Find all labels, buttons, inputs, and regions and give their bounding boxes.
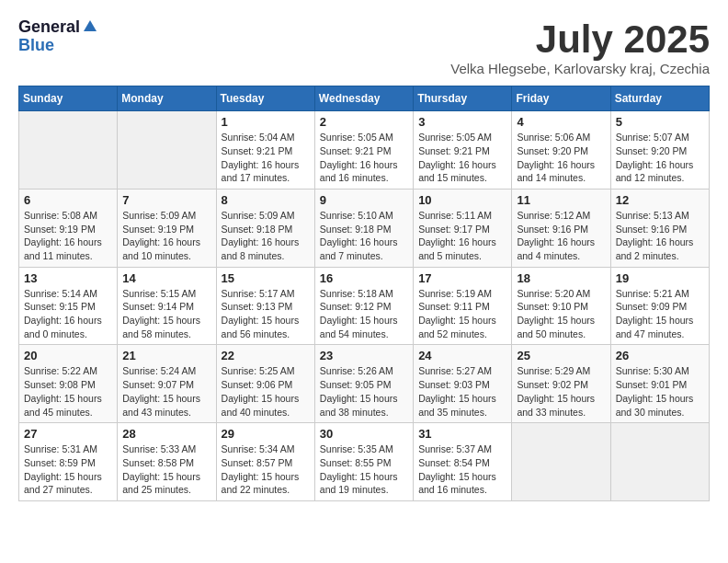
day-number: 8 bbox=[222, 193, 310, 207]
calendar-day-cell: 8Sunrise: 5:09 AM Sunset: 9:18 PM Daylig… bbox=[216, 189, 314, 267]
weekday-header: Monday bbox=[118, 86, 216, 111]
day-number: 25 bbox=[517, 349, 605, 362]
calendar-day-cell: 20Sunrise: 5:22 AM Sunset: 9:08 PM Dayli… bbox=[19, 345, 118, 423]
day-number: 5 bbox=[616, 115, 704, 129]
day-number: 9 bbox=[320, 193, 408, 207]
calendar-week-row: 6Sunrise: 5:08 AM Sunset: 9:19 PM Daylig… bbox=[19, 189, 710, 267]
day-number: 12 bbox=[616, 193, 704, 207]
page-header: General Blue July 2025 Velka Hlegsebe, K… bbox=[18, 18, 710, 76]
day-info: Sunrise: 5:12 AM Sunset: 9:16 PM Dayligh… bbox=[517, 209, 605, 263]
calendar-day-cell: 4Sunrise: 5:06 AM Sunset: 9:20 PM Daylig… bbox=[512, 111, 610, 190]
calendar-day-cell bbox=[19, 111, 118, 190]
day-number: 13 bbox=[24, 271, 112, 285]
day-info: Sunrise: 5:14 AM Sunset: 9:15 PM Dayligh… bbox=[24, 287, 112, 341]
calendar-day-cell: 15Sunrise: 5:17 AM Sunset: 9:13 PM Dayli… bbox=[216, 267, 314, 345]
day-number: 10 bbox=[418, 193, 506, 207]
calendar-day-cell: 12Sunrise: 5:13 AM Sunset: 9:16 PM Dayli… bbox=[610, 189, 709, 267]
day-info: Sunrise: 5:18 AM Sunset: 9:12 PM Dayligh… bbox=[320, 287, 408, 341]
weekday-header: Friday bbox=[512, 86, 610, 111]
calendar-day-cell bbox=[118, 111, 216, 190]
day-info: Sunrise: 5:04 AM Sunset: 9:21 PM Dayligh… bbox=[222, 131, 310, 185]
day-number: 31 bbox=[418, 427, 506, 441]
day-info: Sunrise: 5:15 AM Sunset: 9:14 PM Dayligh… bbox=[122, 287, 210, 341]
day-number: 19 bbox=[616, 271, 704, 285]
calendar-day-cell: 27Sunrise: 5:31 AM Sunset: 8:59 PM Dayli… bbox=[19, 423, 118, 501]
day-info: Sunrise: 5:19 AM Sunset: 9:11 PM Dayligh… bbox=[418, 287, 506, 341]
day-info: Sunrise: 5:24 AM Sunset: 9:07 PM Dayligh… bbox=[122, 364, 210, 419]
day-number: 4 bbox=[517, 115, 605, 129]
day-number: 26 bbox=[616, 349, 704, 362]
calendar-week-row: 1Sunrise: 5:04 AM Sunset: 9:21 PM Daylig… bbox=[19, 111, 710, 190]
svg-marker-0 bbox=[84, 20, 97, 31]
calendar-day-cell: 2Sunrise: 5:05 AM Sunset: 9:21 PM Daylig… bbox=[314, 111, 413, 190]
weekday-header: Saturday bbox=[610, 86, 709, 111]
day-info: Sunrise: 5:20 AM Sunset: 9:10 PM Dayligh… bbox=[517, 287, 605, 341]
weekday-header: Thursday bbox=[414, 86, 512, 111]
calendar-day-cell: 1Sunrise: 5:04 AM Sunset: 9:21 PM Daylig… bbox=[216, 111, 314, 190]
day-info: Sunrise: 5:17 AM Sunset: 9:13 PM Dayligh… bbox=[222, 287, 310, 341]
logo: General Blue bbox=[18, 18, 98, 55]
calendar-day-cell: 24Sunrise: 5:27 AM Sunset: 9:03 PM Dayli… bbox=[414, 345, 512, 423]
logo-icon bbox=[82, 18, 98, 35]
calendar-header-row: SundayMondayTuesdayWednesdayThursdayFrid… bbox=[19, 86, 710, 111]
calendar-day-cell: 9Sunrise: 5:10 AM Sunset: 9:18 PM Daylig… bbox=[314, 189, 413, 267]
weekday-header: Wednesday bbox=[314, 86, 413, 111]
calendar-day-cell: 25Sunrise: 5:29 AM Sunset: 9:02 PM Dayli… bbox=[512, 345, 610, 423]
calendar-day-cell: 3Sunrise: 5:05 AM Sunset: 9:21 PM Daylig… bbox=[414, 111, 512, 190]
calendar-day-cell bbox=[512, 423, 610, 501]
weekday-header: Sunday bbox=[19, 86, 118, 111]
day-info: Sunrise: 5:25 AM Sunset: 9:06 PM Dayligh… bbox=[222, 364, 310, 419]
calendar-day-cell: 22Sunrise: 5:25 AM Sunset: 9:06 PM Dayli… bbox=[216, 345, 314, 423]
calendar-day-cell: 23Sunrise: 5:26 AM Sunset: 9:05 PM Dayli… bbox=[314, 345, 413, 423]
logo-general-text: General bbox=[18, 18, 80, 37]
calendar-day-cell: 28Sunrise: 5:33 AM Sunset: 8:58 PM Dayli… bbox=[118, 423, 216, 501]
day-number: 29 bbox=[222, 427, 310, 441]
day-info: Sunrise: 5:27 AM Sunset: 9:03 PM Dayligh… bbox=[418, 364, 506, 419]
calendar-week-row: 27Sunrise: 5:31 AM Sunset: 8:59 PM Dayli… bbox=[19, 423, 710, 501]
logo-blue-text: Blue bbox=[18, 37, 98, 55]
day-info: Sunrise: 5:26 AM Sunset: 9:05 PM Dayligh… bbox=[320, 364, 408, 419]
day-info: Sunrise: 5:21 AM Sunset: 9:09 PM Dayligh… bbox=[616, 287, 704, 341]
day-info: Sunrise: 5:05 AM Sunset: 9:21 PM Dayligh… bbox=[320, 131, 408, 185]
day-number: 2 bbox=[320, 115, 408, 129]
day-info: Sunrise: 5:07 AM Sunset: 9:20 PM Dayligh… bbox=[616, 131, 704, 185]
day-info: Sunrise: 5:31 AM Sunset: 8:59 PM Dayligh… bbox=[24, 442, 112, 497]
calendar-day-cell bbox=[610, 423, 709, 501]
day-number: 18 bbox=[517, 271, 605, 285]
day-info: Sunrise: 5:06 AM Sunset: 9:20 PM Dayligh… bbox=[517, 131, 605, 185]
day-info: Sunrise: 5:05 AM Sunset: 9:21 PM Dayligh… bbox=[418, 131, 506, 185]
calendar-day-cell: 19Sunrise: 5:21 AM Sunset: 9:09 PM Dayli… bbox=[610, 267, 709, 345]
day-info: Sunrise: 5:22 AM Sunset: 9:08 PM Dayligh… bbox=[24, 364, 112, 419]
day-number: 16 bbox=[320, 271, 408, 285]
calendar-day-cell: 31Sunrise: 5:37 AM Sunset: 8:54 PM Dayli… bbox=[414, 423, 512, 501]
title-section: July 2025 Velka Hlegsebe, Karlovarsky kr… bbox=[450, 18, 710, 76]
day-number: 23 bbox=[320, 349, 408, 362]
day-info: Sunrise: 5:13 AM Sunset: 9:16 PM Dayligh… bbox=[616, 209, 704, 263]
day-number: 7 bbox=[122, 193, 210, 207]
day-number: 30 bbox=[320, 427, 408, 441]
day-info: Sunrise: 5:29 AM Sunset: 9:02 PM Dayligh… bbox=[517, 364, 605, 419]
day-number: 6 bbox=[24, 193, 112, 207]
calendar-day-cell: 17Sunrise: 5:19 AM Sunset: 9:11 PM Dayli… bbox=[414, 267, 512, 345]
month-title: July 2025 bbox=[450, 18, 710, 61]
day-number: 17 bbox=[418, 271, 506, 285]
day-info: Sunrise: 5:09 AM Sunset: 9:18 PM Dayligh… bbox=[222, 209, 310, 263]
day-number: 22 bbox=[222, 349, 310, 362]
day-number: 28 bbox=[122, 427, 210, 441]
calendar-day-cell: 11Sunrise: 5:12 AM Sunset: 9:16 PM Dayli… bbox=[512, 189, 610, 267]
calendar-week-row: 13Sunrise: 5:14 AM Sunset: 9:15 PM Dayli… bbox=[19, 267, 710, 345]
day-number: 20 bbox=[24, 349, 112, 362]
calendar-day-cell: 14Sunrise: 5:15 AM Sunset: 9:14 PM Dayli… bbox=[118, 267, 216, 345]
day-number: 21 bbox=[122, 349, 210, 362]
day-number: 15 bbox=[222, 271, 310, 285]
calendar-day-cell: 30Sunrise: 5:35 AM Sunset: 8:55 PM Dayli… bbox=[314, 423, 413, 501]
day-number: 3 bbox=[418, 115, 506, 129]
day-info: Sunrise: 5:34 AM Sunset: 8:57 PM Dayligh… bbox=[222, 442, 310, 497]
calendar-day-cell: 16Sunrise: 5:18 AM Sunset: 9:12 PM Dayli… bbox=[314, 267, 413, 345]
calendar-day-cell: 10Sunrise: 5:11 AM Sunset: 9:17 PM Dayli… bbox=[414, 189, 512, 267]
day-info: Sunrise: 5:37 AM Sunset: 8:54 PM Dayligh… bbox=[418, 442, 506, 497]
calendar-day-cell: 18Sunrise: 5:20 AM Sunset: 9:10 PM Dayli… bbox=[512, 267, 610, 345]
calendar-day-cell: 29Sunrise: 5:34 AM Sunset: 8:57 PM Dayli… bbox=[216, 423, 314, 501]
day-info: Sunrise: 5:30 AM Sunset: 9:01 PM Dayligh… bbox=[616, 364, 704, 419]
day-info: Sunrise: 5:33 AM Sunset: 8:58 PM Dayligh… bbox=[122, 442, 210, 497]
